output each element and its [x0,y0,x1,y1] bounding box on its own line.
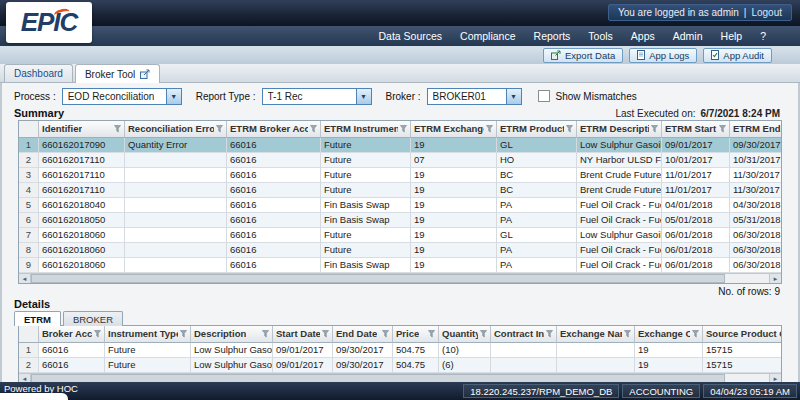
table-row[interactable]: 266016FutureLow Sulphur Gasoil Fut09/01/… [19,358,782,373]
column-header-source-product-code[interactable]: Source Product Code [703,326,782,343]
scrollbar-thumb[interactable] [31,274,725,283]
summary-hscrollbar[interactable]: ◄ ► [19,273,781,283]
table-row[interactable]: 1660162017090Quantity Error66016Future19… [19,138,782,153]
scroll-left-icon[interactable]: ◄ [19,274,31,283]
filter-icon[interactable] [651,125,658,133]
column-header-quantity[interactable]: Quantity [439,326,491,343]
scrollbar-track[interactable] [31,374,769,382]
cell: 09/30/2017 [333,343,393,358]
scroll-right-icon[interactable]: ► [769,274,781,283]
filter-icon[interactable] [428,330,435,338]
column-header-reconciliation-error[interactable]: Reconciliation Error [125,121,227,138]
app-audit-button[interactable]: App Audit [703,48,772,63]
column-header-etrm-description[interactable]: ETRM Description [577,121,662,138]
table-row[interactable]: 166016FutureLow Sulphur Gasoil Fut09/01/… [19,343,782,358]
table-row[interactable]: 766016201806066016Future19GLLow Sulphur … [19,228,782,243]
details-tab-etrm[interactable]: ETRM [14,311,61,326]
table-row[interactable]: 866016201806066016Future19PAFuel Oil Cra… [19,243,782,258]
filter-icon[interactable] [322,330,329,338]
table-row[interactable]: 666016201805066016Fin Basis Swap19PAFuel… [19,213,782,228]
filter-icon[interactable] [262,330,269,338]
cell [491,358,557,373]
cell: (6) [439,358,491,373]
browser-status-popup [0,393,68,400]
details-hscrollbar[interactable]: ◄ ► [19,373,781,382]
table-row[interactable]: 966016201806066016Fin Basis Swap19PAFuel… [19,258,782,273]
report-type-label: Report Type : [196,91,256,102]
column-header-broker-account[interactable]: Broker Account [39,326,105,343]
tab-bar: DashboardBroker Tool [0,64,800,83]
table-row[interactable]: 366016201711066016Future19BCBrent Crude … [19,168,782,183]
nav-item-admin[interactable]: Admin [673,30,703,42]
column-header-exchange-code[interactable]: Exchange Code [635,326,703,343]
filter-icon[interactable] [480,330,487,338]
cell [125,258,227,273]
cell: 66016 [227,243,321,258]
filter-icon[interactable] [310,125,317,133]
nav-item-question-mark[interactable]: ? [760,30,766,42]
cell [557,343,635,358]
scrollbar-track[interactable] [31,274,769,283]
table-row[interactable]: 266016201711066016Future07HONY Harbor UL… [19,153,782,168]
logout-link[interactable]: Logout [751,7,782,18]
filter-icon[interactable] [114,125,121,133]
cell: 19 [411,213,497,228]
column-header-contract-info[interactable]: Contract Info [491,326,557,343]
filter-icon[interactable] [94,330,101,338]
scroll-left-icon[interactable]: ◄ [19,374,31,382]
column-header-end-date[interactable]: End Date [333,326,393,343]
filter-icon[interactable] [400,125,407,133]
nav-item-compliance[interactable]: Compliance [460,30,515,42]
column-header-label: ETRM Start Date [665,121,717,137]
filter-icon[interactable] [566,125,573,133]
filter-icon[interactable] [692,330,699,338]
column-header-identifier[interactable]: Identifier [39,121,125,138]
column-header-instrument-type[interactable]: Instrument Type [105,326,191,343]
filter-icon[interactable] [382,330,389,338]
filter-icon[interactable] [180,330,187,338]
column-header-etrm-broker-account[interactable]: ETRM Broker Account [227,121,321,138]
filter-icon[interactable] [216,125,223,133]
tab-dashboard[interactable]: Dashboard [4,64,73,82]
filter-icon[interactable] [624,330,631,338]
tab-broker-tool[interactable]: Broker Tool [75,64,160,83]
show-mismatches-checkbox[interactable] [538,90,550,102]
column-header-etrm-start-date[interactable]: ETRM Start Date [662,121,730,138]
audit-icon [711,50,719,60]
column-header-price[interactable]: Price [393,326,439,343]
column-header-start-date[interactable]: Start Date [273,326,333,343]
table-row[interactable]: 566016201804066016Fin Basis Swap19PAFuel… [19,198,782,213]
scrollbar-thumb[interactable] [31,374,725,382]
column-header-etrm-exchange-code[interactable]: ETRM Exchange Code [411,121,497,138]
popout-icon[interactable] [140,69,150,79]
status-right: 18.220.245.237/RPM_DEMO_DB ACCOUNTING 04… [460,384,797,398]
nav-item-apps[interactable]: Apps [631,30,655,42]
cell [491,343,557,358]
filter-icon[interactable] [546,330,553,338]
details-tab-broker[interactable]: BROKER [63,311,123,326]
filter-icon[interactable] [719,125,726,133]
app-logs-button[interactable]: App Logs [629,48,697,63]
app-logo[interactable]: EPIC [6,2,92,43]
broker-select[interactable]: BROKER01 ▼ [427,88,522,105]
cell: Fin Basis Swap [321,198,411,213]
nav-item-help[interactable]: Help [721,30,743,42]
column-header-label: Source Product Code [706,326,782,342]
cell: 660162018060 [39,228,125,243]
report-type-select[interactable]: T-1 Rec ▼ [262,88,372,105]
nav-item-reports[interactable]: Reports [534,30,571,42]
column-header-description[interactable]: Description [191,326,273,343]
filter-icon[interactable] [486,125,493,133]
column-header-label: Identifier [42,121,82,137]
scroll-right-icon[interactable]: ► [769,374,781,382]
column-header-etrm-instrument-type[interactable]: ETRM Instrument Type [321,121,411,138]
table-row[interactable]: 466016201711066016Future19BCBrent Crude … [19,183,782,198]
column-header-etrm-end-date[interactable]: ETRM End Date [730,121,782,138]
nav-item-data-sources[interactable]: Data Sources [378,30,442,42]
nav-item-tools[interactable]: Tools [588,30,613,42]
cell: 660162017090 [39,138,125,153]
column-header-exchange-name[interactable]: Exchange Name [557,326,635,343]
column-header-etrm-product-code[interactable]: ETRM Product Code [497,121,577,138]
process-select[interactable]: EOD Reconciliation ▼ [62,88,182,105]
export-data-button[interactable]: Export Data [543,48,623,63]
